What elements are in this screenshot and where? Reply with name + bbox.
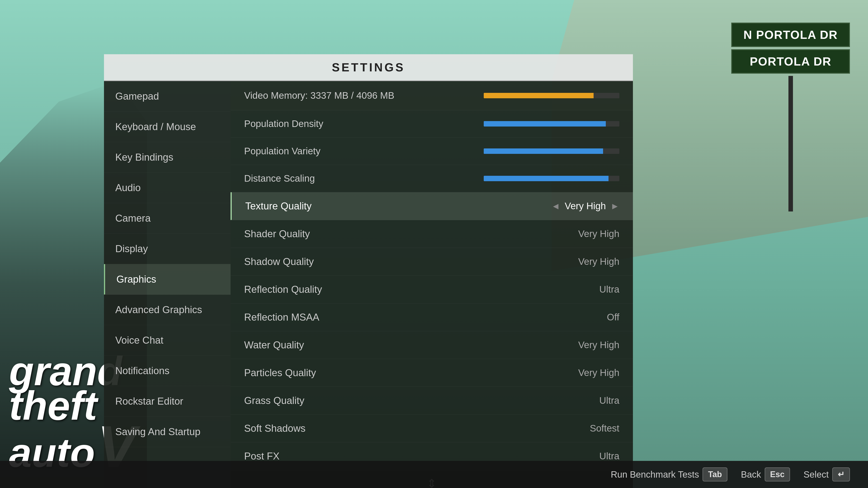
settings-panel: SETTINGS GamepadKeyboard / MouseKey Bind… [104, 54, 633, 488]
setting-row-particles-quality[interactable]: Particles Quality Very High [230, 359, 633, 387]
setting-name-post-fx: Post FX [244, 451, 280, 462]
nav-item-key-bindings[interactable]: Key Bindings [104, 142, 230, 173]
setting-row-grass-quality[interactable]: Grass Quality Ultra [230, 387, 633, 415]
setting-value-soft-shadows: Softest [590, 423, 619, 434]
setting-row-reflection-msaa[interactable]: Reflection MSAA Off [230, 303, 633, 331]
setting-value-container-shader-quality: Very High [578, 228, 619, 239]
setting-value-container-grass-quality: Ultra [599, 395, 619, 406]
nav-panel: GamepadKeyboard / MouseKey BindingsAudio… [104, 81, 230, 488]
nav-item-rockstar-editor[interactable]: Rockstar Editor [104, 386, 230, 417]
setting-row-soft-shadows[interactable]: Soft Shadows Softest [230, 415, 633, 442]
setting-value-container-water-quality: Very High [578, 339, 619, 350]
action-label-select: Select [804, 469, 829, 480]
setting-value-grass-quality: Ultra [599, 395, 619, 406]
nav-item-camera[interactable]: Camera [104, 203, 230, 234]
slider-bar-container-population-density [484, 121, 619, 127]
slider-label-distance-scaling: Distance Scaling [244, 173, 315, 184]
content-panel: Video Memory: 3337 MB / 4096 MB Populati… [230, 81, 633, 488]
arrow-left-icon: ◄ [551, 201, 560, 211]
video-memory-bar-container [484, 93, 619, 98]
video-memory-label: Video Memory: 3337 MB / 4096 MB [244, 90, 395, 101]
setting-value-container-texture-quality: ◄ Very High ► [551, 201, 619, 212]
setting-name-soft-shadows: Soft Shadows [244, 423, 306, 434]
slider-bar-container-population-variety [484, 149, 619, 154]
nav-item-notifications[interactable]: Notifications [104, 356, 230, 386]
setting-row-shader-quality[interactable]: Shader Quality Very High [230, 220, 633, 248]
arrow-right-icon: ► [610, 201, 619, 211]
setting-value-container-shadow-quality: Very High [578, 256, 619, 267]
nav-item-graphics[interactable]: Graphics [104, 264, 230, 295]
video-memory-row: Video Memory: 3337 MB / 4096 MB [230, 81, 633, 110]
slider-bar-population-variety [484, 149, 603, 154]
slider-row-population-density[interactable]: Population Density [230, 110, 633, 138]
setting-name-shadow-quality: Shadow Quality [244, 256, 314, 267]
slider-label-population-variety: Population Variety [244, 146, 320, 157]
slider-bar-distance-scaling [484, 176, 609, 181]
setting-value-container-reflection-quality: Ultra [599, 284, 619, 295]
bottom-bar: Run Benchmark Tests Tab Back Esc Select … [0, 461, 868, 488]
setting-value-shader-quality: Very High [578, 228, 619, 239]
slider-row-population-variety[interactable]: Population Variety [230, 138, 633, 165]
settings-body: GamepadKeyboard / MouseKey BindingsAudio… [104, 81, 633, 488]
setting-rows: Texture Quality ◄ Very High ► Shader Qua… [230, 192, 633, 470]
setting-value-container-post-fx: Ultra [599, 451, 619, 462]
street-sign-decoration: N PORTOLA DR PORTOLA DR [731, 23, 850, 212]
action-label-back: Back [741, 469, 761, 480]
setting-value-container-soft-shadows: Softest [590, 423, 619, 434]
setting-row-reflection-quality[interactable]: Reflection Quality Ultra [230, 275, 633, 303]
setting-value-container-reflection-msaa: Off [607, 312, 619, 323]
street-sign-line1: N PORTOLA DR [731, 23, 850, 47]
key-badge-select: ↵ [832, 467, 850, 482]
setting-name-reflection-msaa: Reflection MSAA [244, 312, 319, 323]
slider-bar-population-density [484, 121, 606, 127]
key-badge-run-benchmark: Tab [703, 467, 727, 482]
nav-item-advanced-graphics[interactable]: Advanced Graphics [104, 295, 230, 325]
key-badge-back: Esc [765, 467, 790, 482]
setting-name-reflection-quality: Reflection Quality [244, 284, 322, 295]
setting-value-reflection-msaa: Off [607, 312, 619, 323]
slider-label-population-density: Population Density [244, 119, 323, 129]
action-label-run-benchmark: Run Benchmark Tests [611, 469, 699, 480]
street-sign-line2: PORTOLA DR [731, 49, 850, 74]
nav-item-voice-chat[interactable]: Voice Chat [104, 325, 230, 356]
setting-value-water-quality: Very High [578, 339, 619, 350]
settings-title-bar: SETTINGS [104, 54, 633, 81]
setting-value-post-fx: Ultra [599, 451, 619, 462]
setting-name-particles-quality: Particles Quality [244, 367, 316, 379]
video-memory-bar [484, 93, 594, 98]
slider-rows: Population Density Population Variety Di… [230, 110, 633, 192]
nav-item-gamepad[interactable]: Gamepad [104, 81, 230, 111]
setting-name-texture-quality: Texture Quality [245, 200, 311, 212]
bottom-action-back[interactable]: Back Esc [741, 467, 790, 482]
setting-value-reflection-quality: Ultra [599, 284, 619, 295]
setting-row-water-quality[interactable]: Water Quality Very High [230, 331, 633, 359]
setting-row-shadow-quality[interactable]: Shadow Quality Very High [230, 248, 633, 275]
slider-row-distance-scaling[interactable]: Distance Scaling [230, 165, 633, 192]
nav-item-keyboard-mouse[interactable]: Keyboard / Mouse [104, 111, 230, 142]
setting-name-water-quality: Water Quality [244, 339, 304, 351]
setting-row-texture-quality[interactable]: Texture Quality ◄ Very High ► [230, 192, 633, 220]
setting-name-shader-quality: Shader Quality [244, 228, 310, 239]
setting-value-texture-quality: Very High [565, 201, 606, 212]
bottom-action-run-benchmark[interactable]: Run Benchmark Tests Tab [611, 467, 727, 482]
setting-name-grass-quality: Grass Quality [244, 395, 305, 406]
nav-item-saving-startup[interactable]: Saving And Startup [104, 417, 230, 447]
slider-bar-container-distance-scaling [484, 176, 619, 181]
setting-value-shadow-quality: Very High [578, 256, 619, 267]
setting-value-particles-quality: Very High [578, 367, 619, 378]
bottom-action-select[interactable]: Select ↵ [804, 467, 850, 482]
nav-item-display[interactable]: Display [104, 234, 230, 264]
nav-item-audio[interactable]: Audio [104, 173, 230, 203]
setting-value-container-particles-quality: Very High [578, 367, 619, 378]
sign-pole [788, 76, 793, 212]
settings-title: SETTINGS [332, 61, 405, 74]
